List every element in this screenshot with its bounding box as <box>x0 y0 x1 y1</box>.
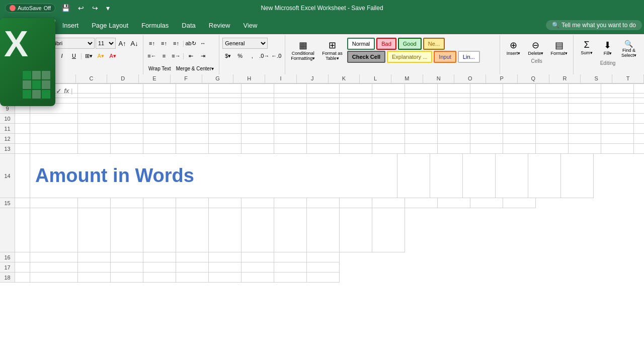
cell-o14[interactable] <box>463 154 496 198</box>
cell-d15[interactable] <box>111 198 143 208</box>
cell-f7[interactable] <box>176 83 209 94</box>
border-button[interactable]: ⊞▾ <box>83 50 94 61</box>
cell-m15[interactable] <box>405 198 438 208</box>
cell-g8[interactable] <box>209 94 242 104</box>
cell-k12[interactable] <box>340 134 372 144</box>
col-header-T[interactable]: T <box>612 74 644 83</box>
comma-button[interactable]: , <box>247 50 258 61</box>
cell-n15[interactable] <box>438 198 470 208</box>
delete-button[interactable]: ⊖ Delete▾ <box>525 38 546 57</box>
cell-j-blank[interactable] <box>307 208 340 252</box>
cell-r8[interactable] <box>569 94 601 104</box>
cell-g16[interactable] <box>209 252 242 262</box>
cell-p14[interactable] <box>496 154 528 198</box>
cell-d8[interactable] <box>111 94 143 104</box>
cell-a11[interactable] <box>15 124 30 134</box>
increase-decimal-button[interactable]: .0→ <box>259 50 270 61</box>
cell-c-blank[interactable] <box>78 208 111 252</box>
row-header-16[interactable]: 16 <box>0 252 15 262</box>
cell-i16[interactable] <box>274 252 307 262</box>
cell-t8[interactable] <box>634 94 644 104</box>
cell-m9[interactable] <box>405 104 438 114</box>
col-header-Q[interactable]: Q <box>518 74 549 83</box>
cell-j16[interactable] <box>307 252 340 262</box>
cell-m14[interactable] <box>397 154 430 198</box>
col-header-P[interactable]: P <box>486 74 518 83</box>
cell-f9[interactable] <box>176 104 209 114</box>
row-header-blank-row[interactable] <box>0 208 15 252</box>
cell-q11[interactable] <box>536 124 569 134</box>
cell-j13[interactable] <box>307 144 340 154</box>
style-bad-button[interactable]: Bad <box>376 38 396 50</box>
cell-b13[interactable] <box>30 144 78 154</box>
cell-b17[interactable] <box>30 262 78 273</box>
cell-l-blank[interactable] <box>372 208 405 252</box>
row-header-8[interactable]: 8 <box>0 94 15 104</box>
cell-h17[interactable] <box>242 262 274 273</box>
cell-g12[interactable] <box>209 134 242 144</box>
cell-e16[interactable] <box>143 252 176 262</box>
cell-m10[interactable] <box>405 114 438 124</box>
cell-t10[interactable] <box>634 114 644 124</box>
cell-t13[interactable] <box>634 144 644 154</box>
cell-e9[interactable] <box>143 104 176 114</box>
style-neutral-button[interactable]: Ne... <box>423 38 445 50</box>
cell-h18[interactable] <box>242 273 274 283</box>
cell-i10[interactable] <box>274 114 307 124</box>
underline-button[interactable]: U <box>68 50 79 61</box>
cell-f17[interactable] <box>176 262 209 273</box>
cell-d17[interactable] <box>111 262 143 273</box>
cell-f8[interactable] <box>176 94 209 104</box>
cell-c15[interactable] <box>78 198 111 208</box>
find-select-button[interactable]: 🔍 Find &Select▾ <box>619 38 639 59</box>
cell-b10[interactable] <box>30 114 78 124</box>
cell-q13[interactable] <box>536 144 569 154</box>
menu-review[interactable]: Review <box>203 20 236 31</box>
format-painter-button[interactable]: 🖌 <box>25 62 38 73</box>
cell-d12[interactable] <box>111 134 143 144</box>
cell-a9[interactable] <box>15 104 30 114</box>
cell-e17[interactable] <box>143 262 176 273</box>
cell-j10[interactable] <box>307 114 340 124</box>
cell-b9[interactable] <box>30 104 78 114</box>
cell-b15[interactable] <box>30 198 78 208</box>
cell-n14[interactable] <box>430 154 463 198</box>
cell-s11[interactable] <box>601 124 634 134</box>
cell-e10[interactable] <box>143 114 176 124</box>
cell-t12[interactable] <box>634 134 644 144</box>
tell-me-search[interactable]: 🔍 Tell me what you want to do <box>546 20 642 30</box>
menu-home[interactable]: Home <box>26 20 55 31</box>
cell-q7[interactable] <box>536 83 569 94</box>
cell-g9[interactable] <box>209 104 242 114</box>
undo-button[interactable]: ↩ <box>76 3 86 13</box>
cell-m13[interactable] <box>405 144 438 154</box>
cell-h8[interactable] <box>242 94 274 104</box>
row-header-7[interactable]: 7 <box>0 83 15 94</box>
cell-d18[interactable] <box>111 273 143 283</box>
style-input-button[interactable]: Input <box>434 51 456 63</box>
cell-k11[interactable] <box>340 124 372 134</box>
cell-i7[interactable] <box>274 83 307 94</box>
cell-a15[interactable] <box>15 198 30 208</box>
cell-d10[interactable] <box>111 114 143 124</box>
row-header-11[interactable]: 11 <box>0 124 15 134</box>
cell-o12[interactable] <box>470 134 503 144</box>
cell-c9[interactable] <box>78 104 111 114</box>
quick-access-more-button[interactable]: ▾ <box>104 3 112 13</box>
indent-decrease-button[interactable]: ⇤ <box>185 50 196 61</box>
cell-i11[interactable] <box>274 124 307 134</box>
cell-k13[interactable] <box>340 144 372 154</box>
text-direction-button[interactable]: ↔ <box>197 38 208 49</box>
cell-l9[interactable] <box>372 104 405 114</box>
cell-c7[interactable] <box>78 83 111 94</box>
cell-p8[interactable] <box>503 94 536 104</box>
autosave-toggle[interactable]: AutoSave Off <box>5 4 55 13</box>
row-header-10[interactable]: 10 <box>0 114 15 124</box>
align-center-button[interactable]: ≡ <box>158 50 170 61</box>
cell-b8[interactable] <box>30 94 78 104</box>
cell-f16[interactable] <box>176 252 209 262</box>
cell-s9[interactable] <box>601 104 634 114</box>
cell-a-blank[interactable] <box>15 208 30 252</box>
col-header-C[interactable]: C <box>76 74 108 83</box>
cell-c12[interactable] <box>78 134 111 144</box>
